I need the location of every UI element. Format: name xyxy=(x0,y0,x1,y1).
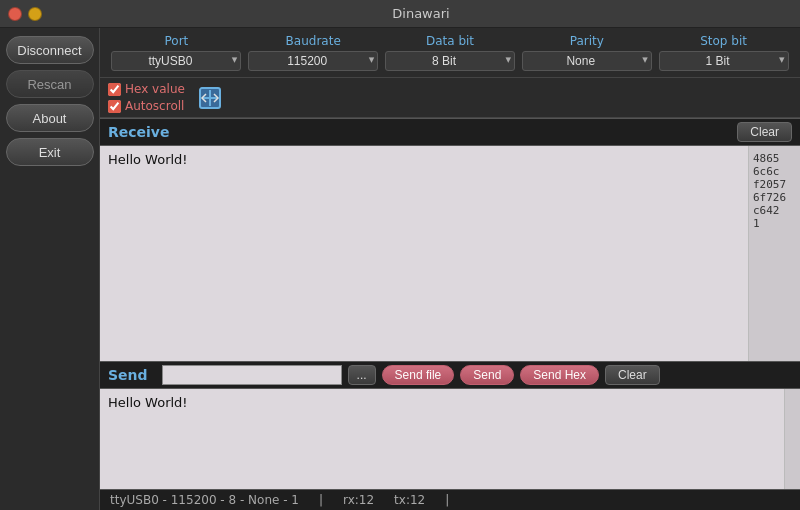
baudrate-select-wrap: 9600 19200 38400 57600 115200 xyxy=(248,51,378,71)
content-area: Port ttyUSB0 ttyUSB1 ttyACM0 Baudrate 96… xyxy=(100,28,800,510)
send-hex-button[interactable]: Send Hex xyxy=(520,365,599,385)
receive-area: Hello World! 4865 6c6c f2057 6f726 c642 … xyxy=(100,146,800,361)
autoscroll-checkbox[interactable] xyxy=(108,100,121,113)
send-button[interactable]: Send xyxy=(460,365,514,385)
port-label: Port xyxy=(165,34,189,48)
status-tx: tx:12 xyxy=(394,493,425,507)
autoscroll-label[interactable]: Autoscroll xyxy=(108,99,185,113)
statusbar: ttyUSB0 - 115200 - 8 - None - 1 | rx:12 … xyxy=(100,489,800,510)
expand-icon[interactable] xyxy=(196,84,224,112)
databit-label: Data bit xyxy=(426,34,474,48)
send-file-button[interactable]: Send file xyxy=(382,365,455,385)
port-select-wrap: ttyUSB0 ttyUSB1 ttyACM0 xyxy=(111,51,241,71)
hex-value-label[interactable]: Hex value xyxy=(108,82,185,96)
close-button[interactable] xyxy=(8,7,22,21)
stopbit-select-wrap: 1 Bit 1.5 Bit 2 Bit xyxy=(659,51,789,71)
exit-button[interactable]: Exit xyxy=(6,138,94,166)
send-ellipsis-button[interactable]: ... xyxy=(348,365,376,385)
parity-label: Parity xyxy=(570,34,604,48)
minimize-button[interactable] xyxy=(28,7,42,21)
about-button[interactable]: About xyxy=(6,104,94,132)
receive-clear-button[interactable]: Clear xyxy=(737,122,792,142)
config-row: Port ttyUSB0 ttyUSB1 ttyACM0 Baudrate 96… xyxy=(100,28,800,78)
hex-value-checkbox[interactable] xyxy=(108,83,121,96)
status-connection: ttyUSB0 - 115200 - 8 - None - 1 xyxy=(110,493,299,507)
parity-select-wrap: None Even Odd Mark Space xyxy=(522,51,652,71)
send-header: Send ... Send file Send Send Hex Clear xyxy=(100,361,800,389)
stopbit-select[interactable]: 1 Bit 1.5 Bit 2 Bit xyxy=(659,51,789,71)
parity-col: Parity None Even Odd Mark Space xyxy=(518,34,655,71)
rescan-button[interactable]: Rescan xyxy=(6,70,94,98)
send-clear-button[interactable]: Clear xyxy=(605,365,660,385)
status-separator2: | xyxy=(445,493,449,507)
checkboxes-row: Hex value Autoscroll xyxy=(100,78,800,118)
checkboxes-group: Hex value Autoscroll xyxy=(108,82,185,113)
send-title: Send xyxy=(108,367,148,383)
parity-select[interactable]: None Even Odd Mark Space xyxy=(522,51,652,71)
autoscroll-text: Autoscroll xyxy=(125,99,184,113)
disconnect-button[interactable]: Disconnect xyxy=(6,36,94,64)
send-text: Hello World! xyxy=(100,389,784,489)
databit-select-wrap: 5 Bit 6 Bit 7 Bit 8 Bit xyxy=(385,51,515,71)
port-select[interactable]: ttyUSB0 ttyUSB1 ttyACM0 xyxy=(111,51,241,71)
send-input[interactable] xyxy=(162,365,342,385)
titlebar-buttons xyxy=(8,7,42,21)
port-col: Port ttyUSB0 ttyUSB1 ttyACM0 xyxy=(108,34,245,71)
receive-section: Receive Clear Hello World! 4865 6c6c f20… xyxy=(100,118,800,361)
receive-title: Receive xyxy=(108,124,737,140)
status-rx: rx:12 xyxy=(343,493,374,507)
app-title: Dinawari xyxy=(50,6,792,21)
baudrate-col: Baudrate 9600 19200 38400 57600 115200 xyxy=(245,34,382,71)
send-section: Send ... Send file Send Send Hex Clear H… xyxy=(100,361,800,489)
stopbit-label: Stop bit xyxy=(700,34,747,48)
databit-col: Data bit 5 Bit 6 Bit 7 Bit 8 Bit xyxy=(382,34,519,71)
baudrate-label: Baudrate xyxy=(286,34,341,48)
receive-text: Hello World! xyxy=(100,146,748,361)
receive-hex: 4865 6c6c f2057 6f726 c642 1 xyxy=(748,146,800,361)
main-layout: Disconnect Rescan About Exit Port ttyUSB… xyxy=(0,28,800,510)
stopbit-col: Stop bit 1 Bit 1.5 Bit 2 Bit xyxy=(655,34,792,71)
databit-select[interactable]: 5 Bit 6 Bit 7 Bit 8 Bit xyxy=(385,51,515,71)
titlebar: Dinawari xyxy=(0,0,800,28)
send-scrollbar[interactable] xyxy=(784,389,800,489)
baudrate-select[interactable]: 9600 19200 38400 57600 115200 xyxy=(248,51,378,71)
hex-value-text: Hex value xyxy=(125,82,185,96)
sidebar: Disconnect Rescan About Exit xyxy=(0,28,100,510)
send-area: Hello World! xyxy=(100,389,800,489)
status-separator: | xyxy=(319,493,323,507)
receive-header: Receive Clear xyxy=(100,118,800,146)
